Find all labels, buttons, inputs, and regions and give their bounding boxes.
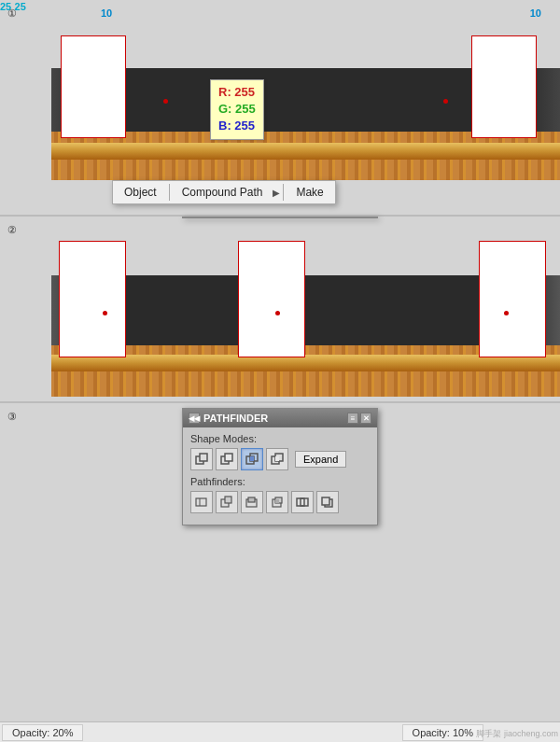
shape-minus-front-btn[interactable] xyxy=(216,448,238,470)
section-3-number: ③ xyxy=(7,411,17,423)
pf-divide-btn[interactable] xyxy=(190,491,213,513)
shape-intersect-btn[interactable] xyxy=(241,448,263,470)
status-bar: Opacity: 20% Opacity: 10% 脚手架 jiaocheng.… xyxy=(0,721,560,742)
svg-rect-18 xyxy=(275,499,279,503)
pf-trim-btn[interactable] xyxy=(216,491,238,513)
expand-btn[interactable]: Expand xyxy=(295,451,346,468)
shape-modes-label: Shape Modes: xyxy=(190,433,370,444)
section-2: ② xyxy=(0,215,560,401)
red-dot-2-left xyxy=(103,311,107,315)
shape-modes-buttons[interactable]: Expand xyxy=(190,448,370,470)
menu-compound-path[interactable]: Compound Path xyxy=(173,183,273,202)
pathfinder-titlebar: ◀◀ PATHFINDER ≡ ✕ xyxy=(183,409,377,427)
road-scene-1 xyxy=(51,26,560,180)
menu-arrow: ▶ xyxy=(273,188,280,198)
context-menu[interactable]: Object Compound Path ▶ Make xyxy=(112,180,336,204)
svg-rect-13 xyxy=(225,497,231,503)
road-scene-2 xyxy=(51,233,560,397)
pathfinder-panel[interactable] xyxy=(182,217,378,218)
status-opacity-right: Opacity: 10% xyxy=(402,724,483,741)
pf-minus-back-btn[interactable] xyxy=(316,491,339,513)
panel-collapse-btn[interactable]: ◀◀ xyxy=(189,413,200,424)
left-rect-1 xyxy=(61,35,126,138)
menu-make[interactable]: Make xyxy=(287,183,332,202)
gold-stripe-1 xyxy=(51,143,560,160)
red-dot-left-1 xyxy=(163,99,168,104)
color-tooltip: R: 255 G: 255 B: 255 xyxy=(210,79,264,140)
svg-rect-1 xyxy=(200,454,207,461)
mid-rect-2 xyxy=(238,241,305,357)
panel-menu-btn[interactable]: ≡ xyxy=(347,413,358,424)
panel-close-btn[interactable]: ✕ xyxy=(360,413,371,424)
menu-sep-1 xyxy=(169,184,170,201)
right-rect-1 xyxy=(471,35,537,138)
section-2-number: ② xyxy=(7,224,17,236)
pf-crop-btn[interactable] xyxy=(266,491,288,513)
svg-rect-3 xyxy=(225,454,232,461)
shape-unite-btn[interactable] xyxy=(190,448,213,470)
pathfinders-label: Pathfinders: xyxy=(190,476,370,487)
svg-rect-6 xyxy=(250,456,254,461)
section-1-number: ① xyxy=(7,7,17,20)
svg-rect-9 xyxy=(275,456,279,461)
menu-object[interactable]: Object xyxy=(115,183,166,202)
pathfinder-title: PATHFINDER xyxy=(203,413,268,424)
status-opacity-left: Opacity: 20% xyxy=(2,724,83,741)
pathfinder-buttons[interactable] xyxy=(190,491,370,513)
svg-rect-10 xyxy=(196,498,206,506)
left-rect-2 xyxy=(59,241,126,357)
red-dot-2-right xyxy=(504,311,509,315)
pathfinder-body: Shape Modes: xyxy=(183,427,377,525)
svg-rect-15 xyxy=(248,497,255,502)
right-rect-2 xyxy=(479,241,546,357)
pf-merge-btn[interactable] xyxy=(241,491,263,513)
section-1: ① 10 10 25 25 R: 255 G: 255 B: 255 Objec… xyxy=(0,0,560,215)
pathfinder-panel-abs[interactable]: ◀◀ PATHFINDER ≡ ✕ Shape Modes: xyxy=(182,408,378,525)
svg-rect-22 xyxy=(322,497,329,505)
tooltip-b: B: 255 xyxy=(218,118,256,134)
panel-title-buttons: ≡ ✕ xyxy=(347,413,371,424)
tooltip-r: R: 255 xyxy=(218,84,256,101)
tooltip-g: G: 255 xyxy=(218,101,256,118)
red-dot-right-1 xyxy=(443,99,448,104)
red-dot-2-mid xyxy=(275,311,280,315)
pf-outline-btn[interactable] xyxy=(291,491,314,513)
ruler-top-left: 10 xyxy=(101,7,112,19)
watermark-text: 脚手架 jiaocheng.com xyxy=(476,728,558,740)
shape-exclude-btn[interactable] xyxy=(266,448,288,470)
ruler-top-right: 10 xyxy=(530,7,541,19)
menu-sep-2 xyxy=(283,184,284,201)
